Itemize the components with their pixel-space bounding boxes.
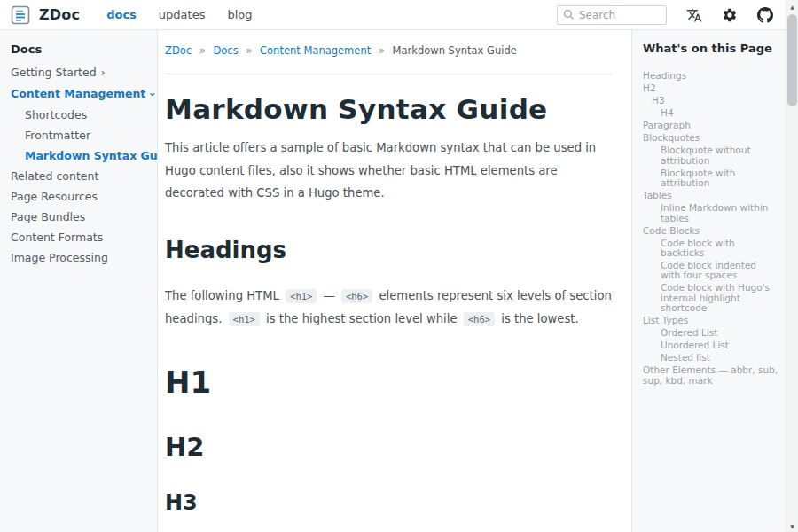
article-content: ZDoc » Docs » Content Management » Markd…: [158, 30, 631, 532]
toc-item[interactable]: Paragraph: [643, 120, 778, 132]
main-nav: docs updates blog: [106, 8, 252, 21]
nav-link-updates[interactable]: updates: [159, 8, 206, 21]
scrollbar-down-arrow-icon[interactable]: ▼: [786, 520, 798, 532]
toc-item[interactable]: Blockquote with attribution: [643, 167, 778, 189]
scrollbar-thumb[interactable]: [787, 14, 797, 106]
toc-item[interactable]: Blockquote without attribution: [643, 145, 778, 167]
zdoc-logo-icon[interactable]: [11, 5, 30, 25]
sidebar-item-label: Page Bundles: [11, 210, 85, 223]
toc-item[interactable]: Code block with Hugo's internal highligh…: [643, 282, 778, 315]
toc-nav: HeadingsH2H3H4ParagraphBlockquotesBlockq…: [643, 70, 778, 387]
search-icon: [563, 9, 575, 20]
toc-item[interactable]: H2: [643, 82, 778, 95]
sidebar-item-label: Content Management: [11, 87, 145, 100]
breadcrumb-separator: »: [379, 44, 385, 57]
sidebar-item-label: Related content: [11, 169, 98, 183]
vertical-scrollbar[interactable]: ▲ ▼: [786, 0, 798, 532]
toc-item[interactable]: Ordered List: [643, 327, 778, 340]
docs-sidebar: Docs Getting Started›Content Management›…: [0, 30, 158, 532]
breadcrumb: ZDoc » Docs » Content Management » Markd…: [165, 44, 612, 57]
chevron-down-icon: ›: [142, 92, 162, 97]
sidebar-item-label: Image Processing: [11, 251, 108, 264]
inline-code: <h1>: [286, 289, 317, 303]
toc-item[interactable]: Code block with backticks: [643, 237, 778, 259]
sample-heading-h3: H3: [165, 490, 612, 515]
search-input[interactable]: [579, 9, 659, 21]
page-title: Markdown Syntax Guide: [165, 93, 612, 125]
inline-code: <h6>: [464, 312, 495, 326]
breadcrumb-link-zdoc[interactable]: ZDoc: [165, 44, 192, 57]
navbar: ZDoc docs updates blog: [0, 0, 786, 30]
sidebar-item[interactable]: Getting Started›: [11, 62, 148, 83]
inline-code: <h1>: [229, 312, 260, 326]
sidebar-item-label: Getting Started: [11, 66, 97, 79]
breadcrumb-current: Markdown Syntax Guide: [393, 44, 517, 57]
breadcrumb-separator: »: [200, 44, 206, 57]
translate-icon[interactable]: [686, 7, 702, 23]
sample-heading-h1: H1: [165, 364, 612, 400]
intro-paragraph: This article offers a sample of basic Ma…: [165, 137, 612, 205]
brand-title[interactable]: ZDoc: [39, 6, 80, 23]
toc-item[interactable]: Tables: [643, 190, 778, 202]
sidebar-nav: Getting Started›Content Management›Short…: [11, 62, 148, 268]
toc-item[interactable]: Code block indented with four spaces: [643, 260, 778, 282]
sidebar-item[interactable]: Image Processing: [11, 247, 148, 268]
search-box[interactable]: [557, 5, 667, 25]
sidebar-item-label: Content Formats: [11, 231, 103, 244]
nav-link-docs[interactable]: docs: [106, 8, 137, 21]
github-icon[interactable]: [757, 7, 773, 23]
toc-title: What's on this Page: [643, 42, 778, 55]
toc-item[interactable]: Code Blocks: [643, 224, 778, 237]
toc-item[interactable]: H4: [643, 107, 778, 120]
chevron-right-icon: ›: [101, 63, 106, 83]
paragraph-text: The following HTML: [165, 289, 283, 302]
scrollbar-up-arrow-icon[interactable]: ▲: [786, 0, 798, 12]
headings-paragraph: The following HTML <h1> — <h6> elements …: [165, 285, 612, 330]
toc-item[interactable]: Inline Markdown within tables: [643, 202, 778, 224]
breadcrumb-link-docs[interactable]: Docs: [213, 44, 238, 57]
sidebar-title: Docs: [11, 43, 148, 56]
breadcrumb-divider: [165, 74, 612, 74]
toc-item[interactable]: Blockquotes: [643, 132, 778, 145]
settings-gear-icon[interactable]: [722, 7, 738, 23]
paragraph-text: is the lowest.: [497, 312, 579, 325]
sidebar-item[interactable]: Frontmatter: [11, 125, 148, 145]
toc-sidebar: What's on this Page HeadingsH2H3H4Paragr…: [631, 30, 786, 532]
breadcrumb-link-content-management[interactable]: Content Management: [260, 44, 371, 57]
sidebar-item-label: Shortcodes: [25, 108, 87, 121]
paragraph-text: is the highest section level while: [262, 312, 461, 325]
sidebar-item[interactable]: Content Formats: [11, 227, 148, 247]
toc-item[interactable]: Unordered List: [643, 340, 778, 352]
sidebar-item[interactable]: Shortcodes: [11, 105, 148, 125]
sidebar-item[interactable]: Markdown Syntax Guide: [11, 145, 148, 166]
toc-item[interactable]: H3: [643, 95, 778, 107]
sidebar-item-label: Page Resources: [11, 190, 98, 203]
headings-section-title: Headings: [165, 237, 612, 263]
inline-code: <h6>: [341, 289, 372, 303]
sidebar-item[interactable]: Related content: [11, 166, 148, 186]
sidebar-item-label: Frontmatter: [25, 129, 90, 142]
toc-item[interactable]: Other Elements — abbr, sub, sup, kbd, ma…: [643, 364, 778, 387]
sidebar-item[interactable]: Page Bundles: [11, 207, 148, 227]
breadcrumb-separator: »: [246, 44, 252, 57]
sidebar-item[interactable]: Page Resources: [11, 186, 148, 207]
sidebar-item-label: Markdown Syntax Guide: [25, 149, 176, 162]
nav-link-blog[interactable]: blog: [227, 8, 252, 21]
toc-item[interactable]: List Types: [643, 315, 778, 327]
toc-item[interactable]: Nested list: [643, 352, 778, 364]
sidebar-item[interactable]: Content Management›: [11, 83, 148, 105]
toc-item[interactable]: Headings: [643, 70, 778, 82]
sample-heading-h2: H2: [165, 432, 612, 462]
paragraph-text: —: [319, 289, 339, 302]
